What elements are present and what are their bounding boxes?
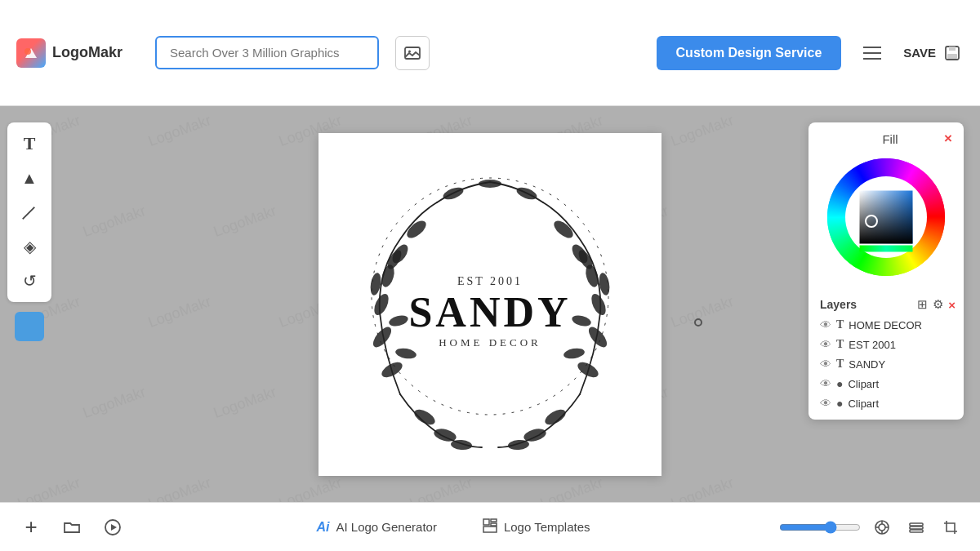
ai-logo-generator-tab[interactable]: Ai AI Logo Generator [301,513,451,541]
design-canvas[interactable]: EST 2001 SANDY HOME DECOR [318,133,662,476]
layer-visibility-toggle[interactable]: 👁 [820,338,831,351]
text-tool-button[interactable]: T [11,127,47,160]
save-icon[interactable] [941,42,964,64]
svg-point-44 [879,524,885,531]
bottom-center: Ai AI Logo Generator Logo Templates [139,512,768,543]
layer-name-label: EST 2001 [849,339,896,351]
ai-logo-label: AI Logo Generator [336,520,436,534]
bottom-right [779,514,964,540]
svg-marker-38 [111,524,117,531]
layer-type-icon: ● [836,397,843,410]
save-label: SAVE [903,46,936,60]
header: LogoMakr Custom Design Service SAVE [0,0,980,106]
layer-name-label: SANDY [849,358,885,371]
svg-point-31 [542,406,568,427]
folder-button[interactable] [57,513,87,542]
layer-visibility-toggle[interactable]: 👁 [820,397,831,410]
menu-button[interactable] [858,38,887,68]
fill-panel-title: Fill [836,132,944,146]
undo-tool-button[interactable]: ↺ [11,264,47,297]
toolbar-group-main: T ▲ | ◈ ↺ [7,122,51,302]
save-area[interactable]: SAVE [903,42,964,64]
fit-view-button[interactable] [869,514,895,540]
svg-point-8 [379,358,404,380]
layers-title: Layers [820,298,857,311]
color-wheel-canvas[interactable] [821,152,951,282]
search-input[interactable] [155,36,379,69]
layers-list: 👁THOME DECOR👁TEST 2001👁TSANDY👁●Clipart👁●… [808,315,964,413]
logo-templates-tab[interactable]: Logo Templates [468,512,605,543]
svg-point-34 [442,184,466,201]
svg-point-28 [571,313,592,328]
layer-visibility-toggle[interactable]: 👁 [820,377,831,390]
layer-item[interactable]: 👁THOME DECOR [808,315,964,335]
templates-icon [483,518,497,536]
svg-point-1 [24,48,31,55]
svg-point-21 [575,358,600,380]
layer-type-icon: T [836,338,844,351]
layers-panel: Layers ⊞ ⚙ × 👁THOME DECOR👁TEST 2001👁TSAN… [808,289,964,420]
layer-type-icon: ● [836,377,843,390]
svg-rect-41 [491,523,497,526]
layer-visibility-toggle[interactable]: 👁 [820,358,831,371]
svg-rect-42 [483,527,497,532]
svg-point-18 [412,406,437,427]
main-name: SANDY [408,288,571,336]
color-wheel-container[interactable] [821,152,951,282]
left-toolbar: T ▲ | ◈ ↺ [0,106,59,502]
fill-panel: Fill × Layers ⊞ ⚙ × 👁THOME DECOR👁TEST 20… [808,122,964,420]
layers-close-button[interactable]: × [948,298,956,312]
svg-rect-6 [947,54,957,59]
add-element-button[interactable]: + [16,513,46,542]
zoom-slider[interactable] [779,521,861,534]
svg-rect-50 [910,527,923,529]
logo-icon [16,38,46,68]
crop-button[interactable] [938,514,964,540]
layers-settings-button[interactable]: ⚙ [933,297,943,312]
fill-panel-close-button[interactable]: × [944,131,952,147]
image-upload-button[interactable] [395,36,430,70]
menu-line-2 [863,52,881,54]
layer-name-label: Clipart [848,398,879,410]
layer-type-icon: T [836,358,844,371]
layers-add-button[interactable]: ⊞ [917,297,928,312]
svg-rect-5 [949,47,956,51]
logo-area: LogoMakr [16,38,122,68]
menu-line-1 [863,47,881,48]
layer-item[interactable]: 👁TSANDY [808,354,964,374]
line-tool-button[interactable]: | [5,188,53,236]
ai-logo-icon: Ai [316,520,329,535]
layer-item[interactable]: 👁TEST 2001 [808,335,964,354]
svg-rect-39 [483,519,489,525]
color-swatch[interactable] [15,312,44,341]
svg-point-15 [388,313,409,328]
cursor-indicator [694,318,704,328]
logo-name: LogoMakr [52,44,122,61]
custom-design-button[interactable]: Custom Design Service [657,36,842,70]
fill-panel-header: Fill × [808,122,964,152]
svg-rect-49 [910,523,923,526]
est-text: EST 2001 [408,275,571,288]
layers-header: Layers ⊞ ⚙ × [808,294,964,315]
svg-point-3 [408,50,411,52]
play-button[interactable] [98,513,127,542]
canvas-text-area: EST 2001 SANDY HOME DECOR [408,275,571,349]
layers-actions: ⊞ ⚙ × [917,297,956,312]
layer-item[interactable]: 👁●Clipart [808,393,964,413]
svg-point-23 [589,291,609,317]
bottom-bar: + Ai AI Logo Generator Logo Templa [0,502,980,551]
menu-line-3 [863,58,881,60]
svg-point-36 [515,184,539,201]
layer-item[interactable]: 👁●Clipart [808,374,964,393]
layer-type-icon: T [836,318,844,331]
layer-name-label: HOME DECOR [849,319,922,331]
sub-text: HOME DECOR [408,336,571,349]
svg-point-10 [372,291,392,317]
svg-rect-51 [910,530,923,532]
svg-point-35 [479,180,501,188]
layers-toggle-button[interactable] [903,514,929,540]
layer-visibility-toggle[interactable]: 👁 [820,318,831,331]
svg-rect-40 [491,519,497,522]
logo-templates-label: Logo Templates [504,520,590,534]
layer-name-label: Clipart [848,378,879,390]
